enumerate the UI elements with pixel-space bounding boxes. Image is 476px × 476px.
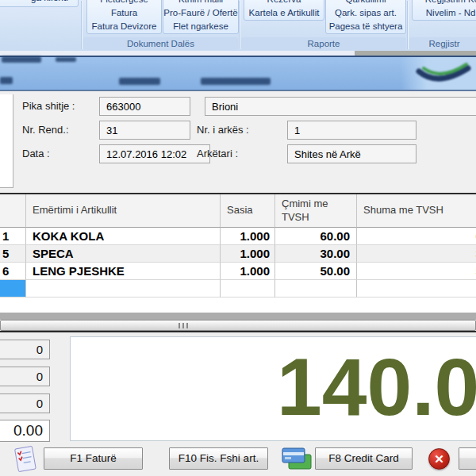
- ribbon-group-raporte: Raporte: [241, 37, 406, 50]
- ribbon-group-dokument-dales: Dokument Dalës: [83, 37, 238, 50]
- f10-fshi-art-button[interactable]: F10 Fis. Fshi art.: [169, 447, 268, 470]
- ribbon-stack-raporte-2: Qarkullimi Qark. sipas art. Pagesa të sh…: [325, 0, 406, 34]
- col-header-shuma[interactable]: Shuma me TVSH: [357, 194, 476, 228]
- nr-arkes-field[interactable]: 1: [287, 121, 416, 140]
- f1-fature-button[interactable]: F1 Faturë: [44, 447, 143, 470]
- col-header-emertimi[interactable]: Emërtimi i Artikullit: [26, 194, 221, 228]
- pika-shitje-name-field[interactable]: Brioni: [205, 97, 476, 116]
- checklist-icon: [13, 446, 38, 473]
- gray-band: [0, 313, 476, 320]
- pos-window: ga klienti Fletdërgesë Fatura Fatura Dev…: [0, 0, 476, 476]
- ribbon-button-klienti-label: ga klienti: [31, 0, 68, 3]
- ribbon-item-fletdergese[interactable]: Fletdërgesë: [87, 0, 161, 6]
- credit-cards-icon: [281, 447, 313, 472]
- totals-panel: 0 0 0 0.00 140.00 F1 Faturë F10 Fis. Fsh…: [0, 332, 476, 476]
- grand-total: 140.00: [277, 347, 476, 428]
- ribbon-item-kthim-malli[interactable]: Kthim malli: [163, 0, 238, 6]
- ribbon-item-regjistrim[interactable]: Regjistrim Ko: [413, 0, 476, 6]
- ribbon-separator: [81, 1, 82, 49]
- counter1-field[interactable]: 0: [0, 340, 50, 359]
- ribbon-stack-dokument-2: Kthim malli Pro-Faurë / Ofertë Flet ngar…: [163, 0, 239, 34]
- ribbon-group-regjistrime: Regjistr: [409, 37, 476, 50]
- pika-shitje-label: Pika shitje :: [22, 97, 75, 116]
- close-icon[interactable]: ✕: [428, 448, 450, 470]
- ribbon-item-flet-ngarkese[interactable]: Flet ngarkese: [163, 20, 238, 33]
- ribbon-separator: [239, 1, 240, 49]
- ribbon-item-rezerva[interactable]: Rezerva: [244, 0, 324, 6]
- col-header-sasia[interactable]: Sasia: [221, 194, 275, 228]
- splitter-bar[interactable]: [0, 320, 476, 331]
- arketari-field[interactable]: Shites në Arkë: [287, 144, 416, 163]
- blurred-text: [0, 77, 13, 84]
- ribbon-item-qark-sipas-art[interactable]: Qark. sipas art.: [326, 6, 405, 20]
- articles-table: Emërtimi i Artikullit Sasia Çmimi me TVS…: [0, 193, 476, 313]
- blurred-text: [201, 78, 271, 85]
- ribbon-stack-regjistrime: Regjistrim Ko Nivelim - Ndr: [412, 0, 476, 21]
- nr-rend-label: Nr. Rend.:: [22, 121, 69, 140]
- ribbon-button-klienti[interactable]: ga klienti: [0, 0, 79, 7]
- blurred-text: [56, 57, 76, 62]
- counter3-field[interactable]: 0: [0, 393, 50, 413]
- nr-rend-field[interactable]: 31: [99, 121, 190, 140]
- ribbon-stack-dokument-1: Fletdërgesë Fatura Fatura Devizore: [86, 0, 162, 34]
- ribbon: ga klienti Fletdërgesë Fatura Fatura Dev…: [0, 0, 476, 52]
- arketari-label: Arkëtari :: [197, 144, 238, 163]
- ribbon-separator: [407, 1, 408, 49]
- ribbon-item-pagesa-shtyera[interactable]: Pagesa të shtyera: [326, 20, 405, 33]
- ribbon-item-nivelim[interactable]: Nivelim - Ndr: [413, 6, 476, 20]
- divider-line: [0, 90, 476, 91]
- col-header-nr[interactable]: [0, 194, 26, 228]
- amount-field[interactable]: 0.00: [0, 420, 50, 442]
- col-header-cmimi[interactable]: Çmimi me TVSH: [275, 194, 357, 228]
- pika-shitje-code-field[interactable]: 663000: [99, 97, 190, 116]
- total-display-box: 140.00: [70, 336, 476, 441]
- selected-cell[interactable]: [0, 280, 26, 298]
- ribbon-item-qarkullimi[interactable]: Qarkullimi: [326, 0, 405, 6]
- blurred-text: [2, 56, 41, 63]
- side-panel: [0, 94, 13, 188]
- blurred-text: [119, 78, 160, 85]
- ribbon-item-pro-faure[interactable]: Pro-Faurë / Ofertë: [163, 6, 238, 20]
- data-label: Data :: [22, 144, 50, 163]
- cut-footer-button[interactable]: [459, 447, 476, 470]
- green-swoosh-logo-icon: [416, 60, 471, 87]
- ribbon-item-fatura[interactable]: Fatura: [87, 6, 161, 20]
- nr-arkes-label: Nr. i arkës :: [197, 121, 249, 140]
- ribbon-item-kartela[interactable]: Kartela e Artikullit: [244, 6, 324, 20]
- ribbon-item-fatura-devizore[interactable]: Fatura Devizore: [87, 20, 161, 33]
- f8-credit-card-button[interactable]: F8 Credit Card: [315, 447, 413, 470]
- data-field[interactable]: 12.07.2016 12:02: [99, 144, 210, 163]
- counter2-field[interactable]: 0: [0, 367, 50, 386]
- ribbon-stack-raporte-1: Rezerva Kartela e Artikullit: [244, 0, 324, 21]
